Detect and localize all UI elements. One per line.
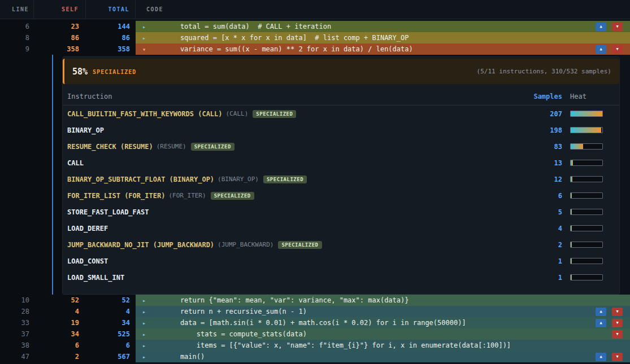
total-sample-count: 4 (86, 306, 136, 317)
instruction-row: JUMP_BACKWARD_NO_JIT (JUMP_BACKWARD)(JUM… (63, 236, 619, 253)
instruction-name: LOAD_DEREF (67, 225, 108, 233)
code-row-line-6: 623144▸ total = sum(data) # CALL + itera… (0, 21, 630, 32)
code-row-line-8: 88686▸ squared = [x * x for x in data] #… (0, 32, 630, 43)
instruction-name-group: STORE_FAST_LOAD_FAST (67, 208, 494, 216)
expand-row-icon[interactable]: ▸ (142, 35, 150, 41)
line-number: 10 (0, 295, 34, 306)
line-number: 8 (0, 32, 34, 43)
collapse-row-icon[interactable]: ▾ (142, 46, 150, 52)
navigate-up-button[interactable]: ▲ (596, 45, 606, 54)
heat-bar-fill (571, 275, 572, 280)
specialized-badge: SPECIALIZED (211, 192, 254, 200)
self-sample-count: 19 (34, 317, 86, 328)
summary-detail: (5/11 instructions, 310/532 samples) (477, 68, 611, 75)
expand-row-icon[interactable]: ▸ (142, 354, 150, 360)
navigate-up-button[interactable]: ▲ (596, 23, 606, 31)
code-cell: ▸ squared = [x * x for x in data] # list… (136, 32, 630, 43)
line-number: 37 (0, 328, 34, 340)
instruction-base-name: (CALL) (226, 110, 249, 117)
instruction-name: BINARY_OP_SUBTRACT_FLOAT (BINARY_OP) (67, 176, 214, 183)
column-header-heat: Heat (570, 93, 603, 100)
code-cell: ▾ variance = sum((x - mean) ** 2 for x i… (136, 43, 630, 55)
instruction-name: LOAD_CONST (67, 257, 108, 265)
heat-bar (570, 258, 603, 264)
code-cell: ▸ data = [math.sin(i * 0.01) + math.cos(… (136, 317, 630, 328)
heat-bar-fill (571, 226, 572, 231)
navigate-down-button[interactable]: ▼ (612, 319, 623, 327)
code-row-line-47: 472567▸ main()▲▼ (0, 351, 630, 362)
code-rows-bottom: 105252▸ return {"mean": mean, "var": var… (0, 295, 630, 362)
heat-bar (570, 143, 603, 150)
instruction-name: FOR_ITER_LIST (FOR_ITER) (67, 192, 165, 200)
heat-bar (570, 192, 603, 199)
instruction-sample-count: 6 (494, 192, 562, 200)
heat-bar (570, 242, 603, 248)
source-code: total = sum(data) # CALL + iteration (164, 23, 331, 30)
expand-row-icon[interactable]: ▸ (142, 309, 150, 315)
instruction-name: STORE_FAST_LOAD_FAST (67, 208, 149, 216)
instruction-name-group: LOAD_SMALL_INT (67, 274, 494, 282)
code-row-line-38: 3866▸ items = [{"value": x, "name": f"it… (0, 340, 630, 351)
specialized-percent: 58% (72, 67, 88, 77)
navigate-down-button[interactable]: ▼ (612, 23, 623, 31)
code-row-line-10: 105252▸ return {"mean": mean, "var": var… (0, 295, 630, 306)
instruction-row: BINARY_OP198 (63, 122, 619, 138)
total-sample-count: 144 (86, 21, 136, 32)
expand-row-icon[interactable]: ▸ (142, 297, 150, 304)
row-buttons: ▲▼ (596, 308, 630, 316)
total-sample-count: 358 (86, 43, 136, 55)
instruction-sample-count: 198 (494, 126, 562, 134)
specialized-badge: SPECIALIZED (278, 241, 321, 249)
heat-bar (570, 111, 603, 117)
navigate-up-button[interactable]: ▲ (596, 319, 606, 327)
row-buttons: ▲▼ (596, 319, 630, 327)
expand-row-icon[interactable]: ▸ (142, 343, 150, 349)
code-cell: ▸ items = [{"value": x, "name": f"item_{… (136, 340, 630, 351)
instruction-base-name: (RESUME) (157, 143, 186, 150)
instruction-name-group: BINARY_OP (67, 126, 494, 134)
instruction-row: CALL13 (63, 155, 619, 171)
navigate-down-button[interactable]: ▼ (612, 330, 623, 339)
expand-row-icon[interactable]: ▸ (142, 24, 150, 30)
navigate-down-button[interactable]: ▼ (612, 45, 623, 54)
source-code: main() (164, 353, 205, 361)
column-header-samples: Samples (494, 93, 562, 100)
bytecode-profiler: LINE SELF TOTAL CODE 623144▸ total = sum… (0, 0, 630, 364)
expand-row-icon[interactable]: ▸ (142, 320, 150, 326)
instruction-name-group: LOAD_CONST (67, 257, 494, 265)
code-row-line-28: 2844▸ return n + recursive_sum(n - 1)▲▼ (0, 306, 630, 317)
source-code: stats = compute_stats(data) (164, 330, 307, 338)
code-row-line-33: 331934▸ data = [math.sin(i * 0.01) + mat… (0, 317, 630, 328)
heat-bar-fill (571, 242, 572, 247)
expansion-indent-line (52, 55, 53, 295)
specialized-badge: SPECIALIZED (253, 110, 296, 118)
instruction-row: BINARY_OP_SUBTRACT_FLOAT (BINARY_OP)(BIN… (63, 171, 619, 187)
heat-bar (570, 160, 603, 166)
instruction-sample-count: 1 (494, 257, 562, 265)
navigate-up-button[interactable]: ▲ (596, 353, 606, 361)
instruction-name-group: JUMP_BACKWARD_NO_JIT (JUMP_BACKWARD)(JUM… (67, 241, 494, 249)
source-code: data = [math.sin(i * 0.01) + math.cos(i … (164, 319, 466, 327)
instruction-table-header: Instruction Samples Heat (63, 91, 619, 106)
column-header-instruction: Instruction (67, 93, 494, 100)
table-header: LINE SELF TOTAL CODE (0, 0, 630, 19)
specialization-summary: 58% SPECIALIZED (5/11 instructions, 310/… (63, 59, 619, 84)
column-header-code: CODE (136, 0, 630, 19)
column-header-total: TOTAL (86, 0, 136, 19)
instruction-sample-count: 4 (494, 225, 562, 233)
instruction-name-group: FOR_ITER_LIST (FOR_ITER)(FOR_ITER)SPECIA… (67, 192, 494, 200)
navigate-down-button[interactable]: ▼ (612, 353, 623, 361)
instruction-name-group: LOAD_DEREF (67, 225, 494, 233)
self-sample-count: 34 (34, 328, 86, 340)
line-number: 47 (0, 351, 34, 362)
code-rows-top: 623144▸ total = sum(data) # CALL + itera… (0, 21, 630, 55)
navigate-up-button[interactable]: ▲ (596, 308, 606, 316)
code-cell: ▸ stats = compute_stats(data)▼ (136, 328, 630, 340)
self-sample-count: 4 (34, 306, 86, 317)
code-cell: ▸ main()▲▼ (136, 351, 630, 362)
self-sample-count: 6 (34, 340, 86, 351)
instruction-sample-count: 1 (494, 274, 562, 282)
expand-row-icon[interactable]: ▸ (142, 331, 150, 337)
navigate-down-button[interactable]: ▼ (612, 308, 623, 316)
instruction-row: LOAD_DEREF4 (63, 220, 619, 236)
